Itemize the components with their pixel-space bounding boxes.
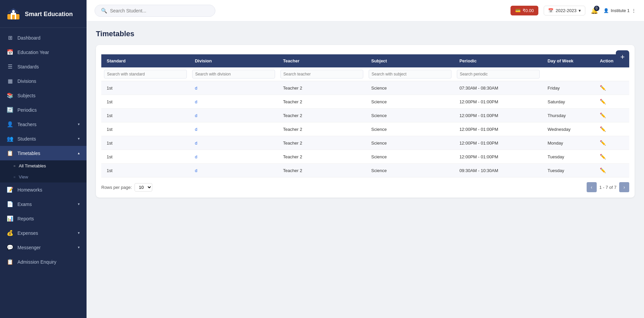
sidebar-item-label: Expenses [17,230,38,236]
sidebar-item-homeworks[interactable]: 📝 Homeworks [0,182,87,197]
edit-button[interactable]: ✏️ [600,126,606,132]
year-selector[interactable]: 📅 2022-2023 ▾ [544,6,585,15]
sidebar-item-label: Admission Enquiry [17,259,56,265]
sidebar-item-divisions[interactable]: ▦ Divisions [0,74,87,88]
cell-division[interactable]: d [190,109,278,122]
table-search-row [101,67,629,81]
submenu-view[interactable]: View [0,171,87,182]
add-timetable-button[interactable]: + [616,50,629,64]
sidebar-item-expenses[interactable]: 💰 Expenses ▾ [0,226,87,240]
edit-button[interactable]: ✏️ [600,154,606,160]
search-teacher-input[interactable] [280,70,363,78]
calendar-icon: 📅 [7,49,13,55]
sidebar-item-teachers[interactable]: 👤 Teachers ▾ [0,117,87,131]
col-division: Division [190,54,278,67]
cell-division[interactable]: d [190,164,278,177]
cell-action: ✏️ [594,136,629,150]
sidebar-item-dashboard[interactable]: ⊞ Dashboard [0,31,87,45]
header-right: 💳 ₹0.00 📅 2022-2023 ▾ 🔔 0 👤 Institute 1 … [511,6,636,15]
notification-button[interactable]: 🔔 0 [591,7,598,14]
rows-per-page: Rows per page: 5102550 [101,183,152,192]
sidebar-item-students[interactable]: 👥 Students ▾ [0,131,87,146]
edit-button[interactable]: ✏️ [600,85,606,91]
edit-button[interactable]: ✏️ [600,140,606,146]
cell-subject: Science [366,95,454,109]
sidebar-item-label: Timetables [17,151,40,156]
wallet-icon: 💳 [515,8,521,13]
cell-standard: 1st [101,95,190,109]
search-input[interactable] [110,8,209,13]
svg-rect-3 [12,15,15,19]
cell-subject: Science [366,164,454,177]
col-subject: Subject [366,54,454,67]
sidebar-item-education-year[interactable]: 📅 Education Year [0,45,87,59]
cell-day: Wednesday [542,122,595,136]
cell-teacher: Teacher 2 [278,109,366,122]
cell-day: Monday [542,136,595,150]
search-standard-input[interactable] [104,70,187,78]
user-menu[interactable]: 👤 Institute 1 ⋮ [603,8,636,13]
prev-page-button[interactable]: ‹ [587,182,597,192]
cell-teacher: Teacher 2 [278,122,366,136]
exams-icon: 📄 [7,201,13,207]
pagination: Rows per page: 5102550 ‹ 1 - 7 of 7 › [101,182,629,192]
sidebar-item-label: Reports [17,216,34,221]
cell-action: ✏️ [594,81,629,95]
subjects-icon: 📚 [7,92,13,99]
edit-button[interactable]: ✏️ [600,112,606,118]
table-row: 1st d Teacher 2 Science 09:30AM - 10:30A… [101,164,629,177]
sidebar-item-messenger[interactable]: 💬 Messenger ▾ [0,240,87,255]
cell-division[interactable]: d [190,150,278,164]
sidebar-item-label: Dashboard [17,35,41,41]
cell-periodic: 07:30AM - 08:30AM [454,81,542,95]
cell-day: Friday [542,81,595,95]
submenu-all-timetables[interactable]: All Timetables [0,160,87,171]
chevron-down-icon: ▾ [579,8,581,13]
balance-button[interactable]: 💳 ₹0.00 [511,6,538,15]
sidebar-item-standards[interactable]: ☰ Standards [0,59,87,74]
table-row: 1st d Teacher 2 Science 12:00PM - 01:00P… [101,109,629,122]
search-periodic-input[interactable] [457,70,540,78]
col-day: Day of Week [542,54,595,67]
cell-division[interactable]: d [190,136,278,150]
search-division-input[interactable] [192,70,275,78]
cell-action: ✏️ [594,164,629,177]
rows-label: Rows per page: [101,185,132,190]
timetables-submenu: All Timetables View [0,160,87,182]
col-periodic: Periodic [454,54,542,67]
sidebar-item-reports[interactable]: 📊 Reports [0,211,87,226]
cell-day: Tuesday [542,164,595,177]
expenses-icon: 💰 [7,230,13,236]
search-bar[interactable]: 🔍 [95,5,215,17]
cell-standard: 1st [101,81,190,95]
cell-division[interactable]: d [190,81,278,95]
search-subject-input[interactable] [369,70,451,78]
cell-teacher: Teacher 2 [278,164,366,177]
sidebar-item-timetables[interactable]: 📋 Timetables ▴ [0,146,87,160]
reports-icon: 📊 [7,215,13,222]
chevron-down-icon: ▾ [78,245,80,250]
next-page-button[interactable]: › [619,182,629,192]
logo-icon [5,6,21,22]
calendar-icon: 📅 [548,8,553,13]
rows-per-page-select[interactable]: 5102550 [135,183,152,192]
cell-teacher: Teacher 2 [278,136,366,150]
edit-button[interactable]: ✏️ [600,167,606,173]
sidebar-item-subjects[interactable]: 📚 Subjects [0,88,87,103]
timetables-card: + Standard Division Teacher Subject Peri… [96,45,635,198]
table-row: 1st d Teacher 2 Science 12:00PM - 01:00P… [101,150,629,164]
cell-periodic: 09:30AM - 10:30AM [454,164,542,177]
content-area: Timetables + Standard Division Teacher S… [87,21,644,318]
cell-division[interactable]: d [190,95,278,109]
edit-button[interactable]: ✏️ [600,99,606,105]
sidebar-item-admission[interactable]: 📋 Admission Enquiry [0,255,87,269]
user-icon: 👤 [603,8,609,13]
cell-division[interactable]: d [190,122,278,136]
cell-standard: 1st [101,122,190,136]
cell-subject: Science [366,81,454,95]
sidebar-item-exams[interactable]: 📄 Exams ▾ [0,197,87,211]
cell-periodic: 12:00PM - 01:00PM [454,136,542,150]
sidebar-item-periodics[interactable]: 🔄 Periodics [0,103,87,117]
chevron-down-icon: ▾ [78,231,80,235]
teachers-icon: 👤 [7,121,13,127]
